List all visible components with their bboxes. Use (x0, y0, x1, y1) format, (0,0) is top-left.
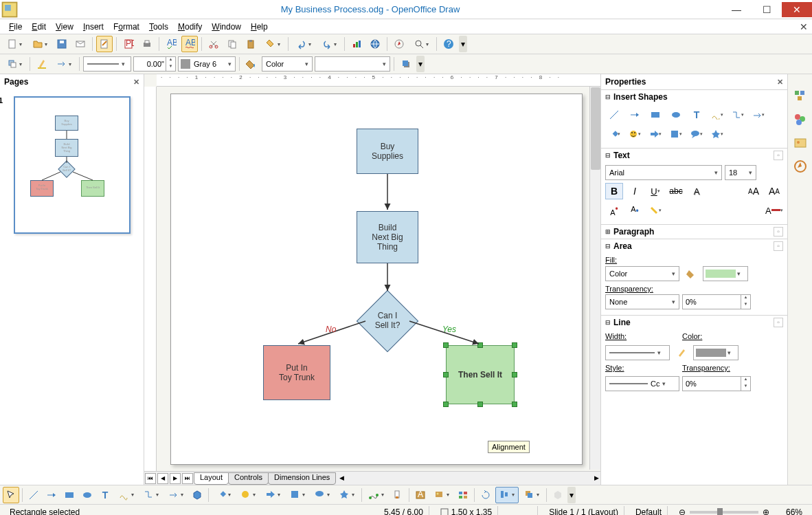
print-button[interactable] (139, 36, 155, 52)
section-insert-shapes[interactable]: Insert Shapes (613, 92, 668, 102)
shape-decision[interactable]: Can I Sell It? (357, 290, 418, 352)
new-button[interactable] (3, 36, 26, 52)
points-button[interactable] (365, 487, 388, 503)
italic-button[interactable]: I (626, 183, 644, 199)
font-size-combo[interactable]: 18▾ (725, 165, 756, 180)
section-area[interactable]: Area (613, 241, 632, 251)
line-more-icon[interactable]: ▫ (774, 318, 783, 327)
zoom-control[interactable]: ⊖ ⊕ (673, 506, 775, 516)
nav-next-icon[interactable]: ▶ (170, 473, 181, 484)
font-name-combo[interactable]: Arial▾ (605, 165, 722, 180)
vertical-scrollbar[interactable] (589, 87, 600, 470)
subscript-button[interactable]: A• (626, 202, 644, 219)
arrange-button[interactable] (3, 56, 26, 72)
zoom-out-icon[interactable]: ⊖ (679, 507, 686, 516)
rect-tool-button[interactable] (61, 487, 78, 503)
sidebar-navigator-icon[interactable] (792, 158, 809, 175)
maximize-button[interactable]: ☐ (752, 2, 782, 17)
close-button[interactable]: ✕ (782, 2, 812, 17)
autospell-button[interactable]: ABC (181, 36, 198, 52)
export-pdf-button[interactable]: PDF (120, 36, 137, 52)
toolbar2-overflow-icon[interactable]: ▾ (416, 56, 425, 72)
line-color-button[interactable] (34, 56, 50, 72)
minimize-button[interactable]: — (721, 2, 752, 17)
zoom-button[interactable] (409, 36, 433, 52)
label-no[interactable]: No (326, 325, 336, 334)
shape-arrow-icon[interactable] (626, 107, 644, 123)
sidebar-properties-icon[interactable] (792, 88, 809, 105)
rotate-button[interactable] (477, 487, 494, 503)
menu-view[interactable]: View (51, 21, 78, 33)
undo-button[interactable] (292, 36, 315, 52)
pages-close-icon[interactable]: ✕ (133, 78, 139, 87)
callout-button[interactable] (311, 487, 334, 503)
basic-shapes-button[interactable] (212, 487, 235, 503)
line-color-combo-prop[interactable]: ▾ (693, 345, 738, 360)
save-button[interactable] (54, 36, 70, 52)
zoom-value[interactable]: 66% (780, 506, 808, 516)
menu-file[interactable]: File (4, 21, 27, 33)
toolbar-overflow-icon[interactable]: ▾ (459, 36, 467, 52)
highlight-button[interactable] (646, 202, 664, 219)
line-style-combo-prop[interactable]: Cc▾ (605, 376, 679, 391)
fill-bucket-button[interactable] (243, 56, 260, 72)
navigator-button[interactable] (391, 36, 407, 52)
connector-tool-button[interactable] (139, 487, 163, 503)
document-close-icon[interactable]: ✕ (800, 21, 808, 32)
menu-modify[interactable]: Modify (173, 21, 207, 33)
fill-bucket-icon[interactable] (682, 265, 700, 282)
area-more-icon[interactable]: ▫ (774, 241, 783, 251)
format-paintbrush-button[interactable] (261, 36, 284, 52)
shape-rect-icon[interactable] (646, 107, 664, 123)
menu-window[interactable]: Window (207, 21, 246, 33)
section-line[interactable]: Line (613, 318, 631, 327)
drawing-page[interactable]: Buy Supplies Build Next Big Thing Can I … (170, 94, 583, 465)
menu-edit[interactable]: Edit (27, 21, 51, 33)
shape-toy-trunk[interactable]: Put In Toy Trunk (263, 345, 330, 400)
area-color-combo[interactable]: ▾ (315, 56, 390, 72)
shadow-button[interactable] (398, 56, 414, 72)
transparency-type-combo[interactable]: None▾ (605, 294, 679, 309)
increase-font-button[interactable]: AA (745, 183, 763, 199)
menu-tools[interactable]: Tools (144, 21, 173, 33)
menu-insert[interactable]: Insert (78, 21, 109, 33)
from-file-button[interactable] (430, 487, 453, 503)
open-button[interactable] (28, 36, 52, 52)
shape-basic-icon[interactable] (605, 126, 623, 142)
strike-button[interactable]: abc (667, 183, 685, 199)
horizontal-scrollbar[interactable]: ◀▶ (338, 473, 600, 484)
paste-button[interactable] (243, 36, 259, 52)
shape-buy-supplies[interactable]: Buy Supplies (357, 129, 418, 174)
hyperlink-button[interactable] (367, 36, 383, 52)
redo-button[interactable] (317, 36, 341, 52)
page-thumbnail[interactable]: BuySupplies BuildNext BigThing Can ISell… (14, 96, 131, 234)
fontwork-button[interactable]: A (412, 487, 429, 503)
properties-close-icon[interactable]: ✕ (777, 78, 783, 87)
line-color-combo[interactable]: Gray 6▾ (178, 56, 236, 72)
chart-button[interactable] (348, 36, 365, 52)
copy-button[interactable] (224, 36, 240, 52)
line-tool-button[interactable] (25, 487, 42, 503)
shape-callout-icon[interactable] (688, 126, 706, 142)
underline-button[interactable]: U (646, 183, 664, 199)
shape-flowchart-icon[interactable] (667, 126, 685, 142)
extrusion-button[interactable] (550, 487, 566, 503)
lines-tool-button[interactable] (164, 487, 188, 503)
nav-first-icon[interactable]: ⏮ (145, 473, 156, 484)
spellcheck-button[interactable]: ABC (163, 36, 179, 52)
cut-button[interactable] (205, 36, 222, 52)
line-color-pencil-icon[interactable] (673, 344, 690, 361)
shape-star-icon[interactable] (708, 126, 726, 142)
shape-block-arrow-icon[interactable] (646, 126, 664, 142)
section-paragraph[interactable]: Paragraph (613, 227, 654, 237)
alignment-button[interactable] (495, 487, 519, 503)
shape-curve-icon[interactable] (708, 107, 726, 123)
ellipse-tool-button[interactable] (79, 487, 95, 503)
label-yes[interactable]: Yes (442, 325, 456, 334)
tab-dimension[interactable]: Dimension Lines (268, 472, 336, 485)
edit-file-button[interactable] (96, 36, 113, 52)
shape-connector-icon[interactable] (729, 107, 747, 123)
shape-ellipse-icon[interactable] (667, 107, 685, 123)
star-button[interactable] (335, 487, 359, 503)
line-width-combo[interactable]: ▾ (605, 345, 670, 360)
